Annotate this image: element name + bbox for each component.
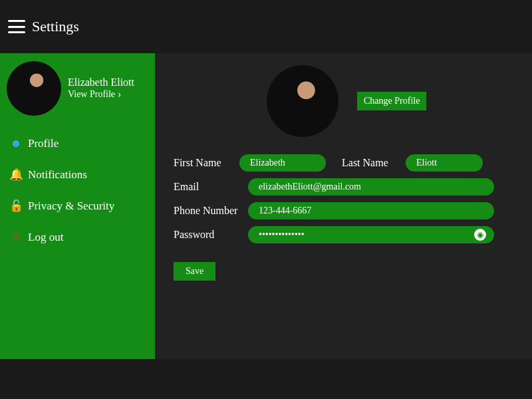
sidebar-item-profile[interactable]: ☻ Profile [9, 137, 148, 150]
save-button[interactable]: Save [174, 262, 215, 281]
password-label: Password [174, 229, 239, 241]
first-name-field[interactable] [239, 154, 326, 172]
sidebar-item-label: Notifications [28, 168, 87, 182]
chevron-right-icon: › [118, 88, 121, 100]
sidebar-item-logout[interactable]: ⎋ Log out [9, 230, 148, 244]
sidebar-item-label: Privacy & Security [28, 200, 114, 213]
avatar-large [267, 65, 338, 137]
last-name-label: Last Name [342, 157, 396, 169]
sidebar-item-notifications[interactable]: 🔔 Notifications [9, 168, 148, 182]
bell-icon: 🔔 [9, 168, 23, 182]
menu-icon[interactable] [8, 20, 25, 33]
avatar [7, 61, 61, 116]
sidebar-item-label: Log out [28, 231, 63, 244]
main-panel: Change Profile First Name Last Name Emai… [155, 53, 532, 359]
last-name-field[interactable] [406, 154, 483, 172]
eye-icon[interactable]: ◉ [474, 229, 486, 241]
sidebar-item-privacy[interactable]: 🔓 Privacy & Security [9, 199, 148, 213]
profile-form: First Name Last Name Email Phone Number … [174, 154, 513, 281]
sidebar: Elizabeth Eliott View Profile › ☻ Profil… [0, 53, 155, 359]
email-label: Email [174, 181, 239, 193]
user-icon: ☻ [9, 137, 23, 150]
sidebar-user-name: Elizabeth Eliott [68, 76, 134, 88]
password-field[interactable] [248, 226, 494, 243]
phone-label: Phone Number [174, 205, 239, 217]
lock-icon: 🔓 [9, 199, 23, 213]
page-title: Settings [32, 18, 79, 35]
change-profile-button[interactable]: Change Profile [357, 92, 426, 110]
sidebar-user: Elizabeth Eliott View Profile › [7, 61, 148, 116]
view-profile-label: View Profile [68, 89, 115, 100]
logout-icon: ⎋ [9, 230, 23, 244]
first-name-label: First Name [174, 157, 230, 169]
sidebar-item-label: Profile [28, 137, 59, 150]
phone-field[interactable] [248, 202, 494, 219]
email-field[interactable] [248, 178, 494, 196]
view-profile-link[interactable]: View Profile › [68, 88, 134, 100]
